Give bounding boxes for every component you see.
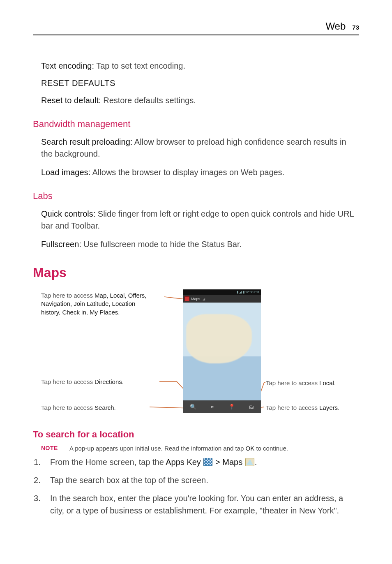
maps-bar-label: Maps [191, 297, 200, 301]
callout-local-pre: Tap here to access [266, 379, 319, 386]
reset-defaults-heading: RESET DEFAULTS [41, 79, 359, 88]
local-icon: 📍 [228, 404, 235, 410]
step1-pre: From the Home screen, tap the [50, 458, 166, 467]
fullscreen-line: Fullscreen: Use fullscreen mode to hide … [41, 238, 359, 250]
callout-directions-b: Directions [95, 378, 122, 385]
reset-default-label: Reset to default: [41, 96, 101, 105]
bandwidth-heading: Bandwidth management [33, 119, 359, 129]
callout-directions-pre: Tap here to access [41, 378, 95, 385]
text-encoding-desc: Tap to set text encoding. [94, 61, 185, 70]
callout-directions-suffix: . [122, 378, 124, 385]
step1-gt: > [213, 458, 222, 467]
search-preload-line: Search result preloading: Allow browser … [41, 136, 359, 160]
search-location-heading: To search for a location [33, 429, 359, 440]
maps-dropdown-caret-icon: ◢ [203, 297, 205, 301]
header-section: Web [325, 21, 346, 32]
callout-menu-pre: Tap here to access [41, 292, 95, 299]
maps-heading: Maps [33, 265, 359, 280]
page-header: Web 73 [33, 21, 359, 35]
load-images-label: Load images: [41, 168, 90, 177]
fullscreen-label: Fullscreen: [41, 240, 81, 249]
step-2: Tap the search box at the top of the scr… [33, 474, 359, 486]
callout-local: Tap here to access Local. [266, 379, 336, 387]
callout-menu-suffix: . [118, 309, 120, 316]
step1-end: . [255, 458, 257, 467]
maps-app-icon [184, 296, 189, 301]
callout-search-b: Search [95, 404, 114, 411]
maps-map-area [183, 303, 261, 400]
callout-layers-b: Layers [319, 404, 338, 411]
step1-apps-label: Apps Key [166, 458, 201, 467]
quick-controls-label: Quick controls: [41, 209, 95, 218]
step-3: In the search box, enter the place you'r… [33, 492, 359, 517]
note-text-pre: A pop-up appears upon initial use. Read … [69, 445, 246, 452]
steps-list: From the Home screen, tap the Apps Key >… [33, 456, 359, 517]
labs-heading: Labs [33, 191, 359, 201]
directions-icon: ➣ [210, 404, 214, 410]
callout-local-b: Local [319, 379, 334, 386]
fullscreen-desc: Use fullscreen mode to hide the Status B… [81, 240, 242, 249]
callout-search-suffix: . [114, 404, 116, 411]
text-encoding-line: Text encoding: Tap to set text encoding. [41, 60, 359, 72]
step1-maps-label: Maps [222, 458, 242, 467]
layers-icon: 🗂 [249, 404, 254, 410]
maps-phone-screenshot: ▮ ◢ ▮ 12:00 PM Maps ◢ 🔍 ➣ 📍 🗂 [183, 289, 261, 413]
maps-action-bar: 🔍 ➣ 📍 🗂 [183, 400, 261, 413]
note-text-post: to continue. [254, 445, 288, 452]
header-page-number: 73 [352, 24, 359, 31]
phone-status-bar: ▮ ◢ ▮ 12:00 PM [183, 289, 261, 295]
reset-default-desc: Restore defaults settings. [101, 96, 196, 105]
callout-layers-suffix: . [338, 404, 339, 411]
text-encoding-label: Text encoding: [41, 61, 94, 70]
search-preload-label: Search result preloading: [41, 137, 132, 146]
callout-directions: Tap here to access Directions. [41, 378, 124, 386]
search-icon: 🔍 [190, 404, 196, 410]
callout-local-suffix: . [334, 379, 336, 386]
callout-layers: Tap here to access Layers. [266, 404, 339, 412]
load-images-desc: Allows the browser to display images on … [90, 168, 284, 177]
callout-layers-pre: Tap here to access [266, 404, 319, 411]
callout-menu: Tap here to access Map, Local, Offers, N… [41, 291, 148, 317]
maps-app-inline-icon [245, 458, 254, 466]
note-row: NOTE A pop-up appears upon initial use. … [41, 445, 359, 452]
map-landmass [186, 314, 252, 363]
callout-search-pre: Tap here to access [41, 404, 95, 411]
callout-search: Tap here to access Search. [41, 404, 116, 412]
apps-key-icon [203, 458, 212, 466]
note-ok: OK [246, 445, 255, 452]
reset-default-line: Reset to default: Restore defaults setti… [41, 95, 359, 106]
load-images-line: Load images: Allows the browser to displ… [41, 166, 359, 178]
quick-controls-line: Quick controls: Slide finger from left o… [41, 208, 359, 232]
note-text: A pop-up appears upon initial use. Read … [69, 445, 288, 452]
maps-diagram: Tap here to access Map, Local, Offers, N… [33, 289, 359, 417]
maps-title-bar: Maps ◢ [183, 295, 261, 303]
step-1: From the Home screen, tap the Apps Key >… [33, 456, 359, 468]
note-tag: NOTE [41, 445, 58, 452]
